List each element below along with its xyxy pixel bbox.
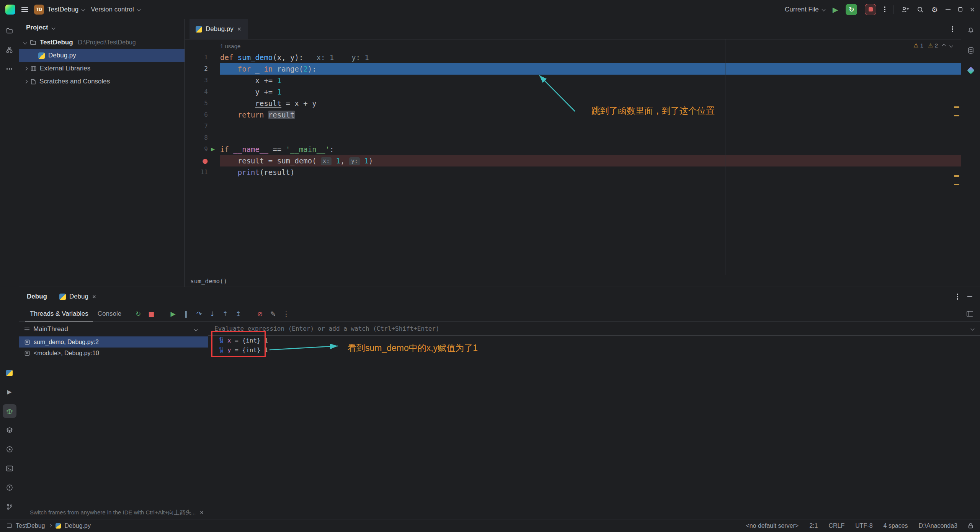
chevron-down-icon[interactable] [23, 41, 27, 44]
code-line-2[interactable]: 2 for _ in range(2): [185, 63, 961, 75]
variable-row-x[interactable]: 0110 x = {int} 1 [208, 336, 980, 345]
code-line-4[interactable]: 4 y += 1 [185, 86, 961, 98]
code-text[interactable]: print(result) [220, 166, 961, 178]
code-text[interactable]: result = x + y [220, 98, 961, 109]
frame-row-module[interactable]: <module>, Debug.py:10 [19, 348, 208, 359]
code-line-7[interactable]: 7 [185, 121, 961, 132]
error-stripe-mark[interactable] [954, 115, 959, 116]
structure-tool-icon[interactable] [3, 43, 16, 57]
code-line-3[interactable]: 3 x += 1 [185, 75, 961, 86]
run-button[interactable]: ▶ [833, 5, 838, 14]
window-maximize-button[interactable] [958, 7, 962, 11]
code-line-8[interactable]: 8 [185, 132, 961, 144]
lock-icon[interactable] [968, 523, 973, 529]
editor-breadcrumb[interactable]: sum_demo() [185, 275, 961, 287]
chevron-right-icon[interactable] [24, 67, 28, 70]
code-text[interactable]: x += 1 [220, 75, 961, 86]
code-line-11[interactable]: 11 print(result) [185, 166, 961, 178]
pause-icon[interactable]: ‖ [181, 310, 191, 318]
gutter[interactable]: 7 [185, 121, 220, 132]
stop-button[interactable] [865, 4, 876, 15]
run-configuration-selector[interactable]: Current File [785, 6, 825, 13]
project-tool-icon[interactable] [3, 24, 16, 38]
code-line-9[interactable]: 9▶if __name__ == '__main__': [185, 144, 961, 155]
notifications-bell-icon[interactable] [964, 24, 978, 38]
frame-row-sum-demo[interactable]: sum_demo, Debug.py:2 [19, 336, 208, 348]
gutter[interactable]: 6 [185, 109, 220, 121]
project-panel-header[interactable]: Project [19, 19, 185, 36]
code-with-me-icon[interactable] [901, 6, 909, 13]
variable-row-y[interactable]: 0110 y = {int} 1 [208, 345, 980, 355]
code-text[interactable]: result = sum_demo( x: 1, y: 1) [220, 155, 961, 166]
status-breadcrumb-project[interactable]: TestDebug [16, 522, 45, 529]
more-tool-windows-icon[interactable] [3, 62, 16, 76]
status-caret-position[interactable]: 2:1 [809, 522, 818, 529]
hide-tool-window-icon[interactable] [967, 296, 972, 297]
python-console-tool-icon[interactable] [3, 442, 16, 456]
evaluate-expression-icon[interactable]: ✎ [268, 310, 278, 318]
chevron-down-icon[interactable] [971, 327, 975, 331]
services-tool-icon[interactable] [3, 423, 16, 437]
thread-selector[interactable]: MainThread [19, 322, 208, 336]
window-minimize-button[interactable] [946, 9, 951, 10]
gutter[interactable]: 9▶ [185, 144, 220, 155]
debug-options-icon[interactable] [957, 296, 959, 297]
code-text[interactable]: def sum_demo(x, y): x: 1 y: 1 [220, 52, 961, 63]
code-line-6[interactable]: 6 return result [185, 109, 961, 121]
gutter[interactable]: 5 [185, 98, 220, 109]
step-into-icon[interactable]: ↓ [207, 310, 217, 318]
more-icon[interactable]: ⋮ [281, 310, 291, 318]
rerun-debug-button[interactable]: ↻ [846, 4, 857, 15]
tree-item-debug-py[interactable]: Debug.py [19, 49, 185, 62]
gutter[interactable]: 1 [185, 52, 220, 63]
tree-item-scratches[interactable]: Scratches and Consoles [19, 75, 185, 88]
run-to-cursor-icon[interactable]: ↥ [233, 310, 243, 318]
python-packages-tool-icon[interactable] [3, 366, 16, 380]
status-breadcrumb-file[interactable]: Debug.py [65, 522, 91, 529]
status-interpreter[interactable]: D:\Anaconda3 [919, 522, 957, 529]
error-stripe-mark[interactable] [954, 184, 959, 185]
code-text[interactable]: if __name__ == '__main__': [220, 144, 961, 155]
code-text[interactable]: return result [220, 109, 961, 121]
status-encoding[interactable]: UTF-8 [855, 522, 872, 529]
gutter[interactable]: 4 [185, 86, 220, 98]
status-default-server[interactable]: <no default server> [746, 522, 799, 529]
code-line-10[interactable]: ● result = sum_demo( x: 1, y: 1) [185, 155, 961, 166]
tab-threads-variables[interactable]: Threads & Variables [25, 306, 93, 321]
error-stripe-mark[interactable] [954, 106, 959, 108]
project-widget[interactable]: TD TestDebug [34, 5, 85, 15]
code-text[interactable] [220, 132, 961, 144]
error-stripe-mark[interactable] [954, 175, 959, 177]
gutter[interactable]: 11 [185, 166, 220, 178]
tree-item-external-libraries[interactable]: External Libraries [19, 62, 185, 75]
gutter[interactable]: ● [185, 155, 220, 166]
gutter[interactable]: 8 [185, 132, 220, 144]
breakpoint-icon[interactable]: ● [195, 155, 208, 166]
code-text[interactable]: for _ in range(2): [220, 63, 961, 75]
evaluate-expression-input[interactable]: Evaluate expression (Enter) or add a wat… [208, 322, 980, 336]
code-editor[interactable]: 1 usage 1def sum_demo(x, y): x: 1 y: 12 … [185, 39, 961, 275]
tab-close-icon[interactable] [237, 27, 241, 31]
database-tool-icon[interactable] [964, 44, 978, 57]
ai-assistant-icon[interactable] [964, 64, 978, 77]
rerun-icon[interactable]: ↻ [133, 310, 144, 318]
next-problem-icon[interactable] [949, 44, 953, 47]
tab-close-icon[interactable] [93, 295, 96, 299]
inspection-widget[interactable]: ⚠ 1 ⚠ 2 [913, 42, 952, 49]
version-control-widget[interactable]: Version control [91, 6, 140, 13]
tree-item-project-root[interactable]: TestDebug D:\Project\TestDebug [19, 36, 185, 49]
chevron-right-icon[interactable] [24, 80, 28, 83]
status-indent[interactable]: 4 spaces [884, 522, 908, 529]
gutter[interactable]: 2 [185, 63, 220, 75]
more-actions-icon[interactable] [884, 9, 885, 10]
mute-breakpoints-icon[interactable]: ⊘ [255, 310, 265, 318]
main-menu-icon[interactable] [21, 7, 28, 12]
editor-options-icon[interactable] [952, 28, 954, 30]
search-icon[interactable] [917, 6, 924, 13]
tab-console[interactable]: Console [93, 306, 126, 321]
gutter[interactable]: 3 [185, 75, 220, 86]
run-gutter-icon[interactable]: ▶ [208, 144, 218, 155]
step-out-icon[interactable]: ↑ [220, 310, 230, 318]
terminal-tool-icon[interactable] [3, 462, 16, 475]
settings-gear-icon[interactable]: ⚙ [931, 5, 938, 14]
